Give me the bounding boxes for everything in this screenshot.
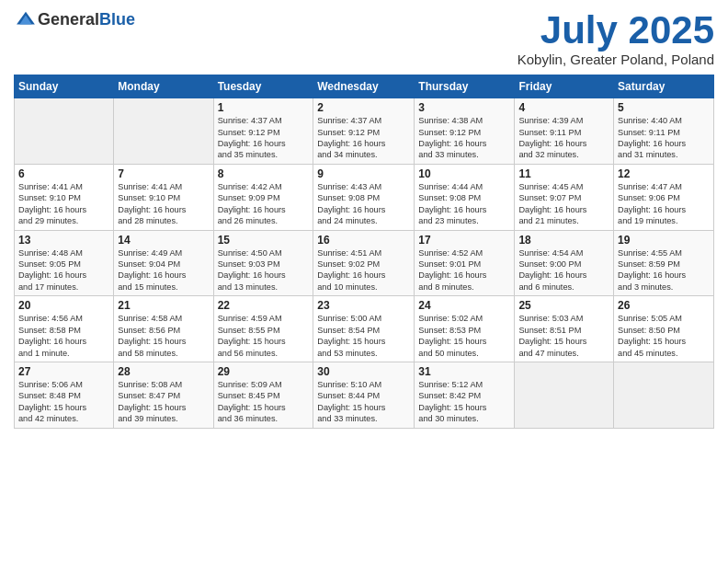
calendar-cell: 8Sunrise: 4:42 AM Sunset: 9:09 PM Daylig…: [213, 164, 313, 230]
calendar-cell: 23Sunrise: 5:00 AM Sunset: 8:54 PM Dayli…: [313, 296, 415, 362]
calendar-cell: 14Sunrise: 4:49 AM Sunset: 9:04 PM Dayli…: [114, 230, 213, 296]
cell-info: Sunrise: 4:43 AM Sunset: 9:08 PM Dayligh…: [317, 181, 410, 227]
day-number: 10: [418, 167, 510, 180]
calendar-table: SundayMondayTuesdayWednesdayThursdayFrid…: [14, 75, 714, 428]
calendar-cell: 25Sunrise: 5:03 AM Sunset: 8:51 PM Dayli…: [515, 296, 614, 362]
page-header: GeneralBlue July 2025 Kobylin, Greater P…: [14, 9, 714, 67]
day-number: 12: [618, 167, 710, 180]
cell-info: Sunrise: 4:37 AM Sunset: 9:12 PM Dayligh…: [317, 115, 410, 161]
cell-info: Sunrise: 5:09 AM Sunset: 8:45 PM Dayligh…: [218, 379, 310, 425]
cell-info: Sunrise: 4:54 AM Sunset: 9:00 PM Dayligh…: [518, 247, 609, 293]
calendar-week-row: 6Sunrise: 4:41 AM Sunset: 9:10 PM Daylig…: [15, 164, 714, 230]
calendar-cell: 10Sunrise: 4:44 AM Sunset: 9:08 PM Dayli…: [415, 164, 515, 230]
cell-info: Sunrise: 4:49 AM Sunset: 9:04 PM Dayligh…: [118, 247, 209, 293]
location-title: Kobylin, Greater Poland, Poland: [518, 52, 714, 67]
cell-info: Sunrise: 4:56 AM Sunset: 8:58 PM Dayligh…: [18, 313, 109, 359]
cell-info: Sunrise: 4:39 AM Sunset: 9:11 PM Dayligh…: [518, 115, 609, 161]
day-number: 27: [18, 365, 109, 378]
calendar-cell: 11Sunrise: 4:45 AM Sunset: 9:07 PM Dayli…: [515, 164, 614, 230]
cell-info: Sunrise: 5:03 AM Sunset: 8:51 PM Dayligh…: [518, 313, 609, 359]
day-number: 5: [618, 101, 710, 114]
calendar-cell: 5Sunrise: 4:40 AM Sunset: 9:11 PM Daylig…: [614, 98, 714, 165]
calendar-cell: 31Sunrise: 5:12 AM Sunset: 8:42 PM Dayli…: [415, 362, 515, 428]
calendar-week-row: 13Sunrise: 4:48 AM Sunset: 9:05 PM Dayli…: [15, 230, 714, 296]
day-number: 17: [418, 234, 510, 247]
day-number: 16: [317, 234, 410, 247]
calendar-cell: [15, 98, 114, 165]
calendar-cell: 3Sunrise: 4:38 AM Sunset: 9:12 PM Daylig…: [415, 98, 515, 165]
day-number: 26: [618, 299, 710, 312]
cell-info: Sunrise: 4:45 AM Sunset: 9:07 PM Dayligh…: [518, 181, 609, 227]
day-number: 8: [218, 167, 310, 180]
day-number: 6: [18, 167, 109, 180]
day-number: 22: [218, 299, 310, 312]
calendar-cell: 27Sunrise: 5:06 AM Sunset: 8:48 PM Dayli…: [15, 362, 114, 428]
cell-info: Sunrise: 4:51 AM Sunset: 9:02 PM Dayligh…: [317, 247, 410, 293]
day-number: 14: [118, 234, 209, 247]
cell-info: Sunrise: 4:37 AM Sunset: 9:12 PM Dayligh…: [218, 115, 310, 161]
day-number: 13: [18, 234, 109, 247]
day-number: 29: [218, 365, 310, 378]
generalblue-logo-icon: [16, 9, 36, 29]
month-title: July 2025: [518, 9, 714, 52]
day-of-week-header: Tuesday: [213, 75, 313, 98]
calendar-cell: 26Sunrise: 5:05 AM Sunset: 8:50 PM Dayli…: [614, 296, 714, 362]
calendar-cell: 9Sunrise: 4:43 AM Sunset: 9:08 PM Daylig…: [313, 164, 415, 230]
day-number: 4: [518, 101, 609, 114]
calendar-cell: 7Sunrise: 4:41 AM Sunset: 9:10 PM Daylig…: [114, 164, 213, 230]
cell-info: Sunrise: 4:47 AM Sunset: 9:06 PM Dayligh…: [618, 181, 710, 227]
day-number: 28: [118, 365, 209, 378]
cell-info: Sunrise: 4:52 AM Sunset: 9:01 PM Dayligh…: [418, 247, 510, 293]
calendar-cell: 21Sunrise: 4:58 AM Sunset: 8:56 PM Dayli…: [114, 296, 213, 362]
calendar-week-row: 20Sunrise: 4:56 AM Sunset: 8:58 PM Dayli…: [15, 296, 714, 362]
calendar-cell: 22Sunrise: 4:59 AM Sunset: 8:55 PM Dayli…: [213, 296, 313, 362]
cell-info: Sunrise: 5:10 AM Sunset: 8:44 PM Dayligh…: [317, 379, 410, 425]
day-number: 30: [317, 365, 410, 378]
day-number: 25: [518, 299, 609, 312]
calendar-week-row: 1Sunrise: 4:37 AM Sunset: 9:12 PM Daylig…: [15, 98, 714, 165]
cell-info: Sunrise: 4:40 AM Sunset: 9:11 PM Dayligh…: [618, 115, 710, 161]
cell-info: Sunrise: 4:42 AM Sunset: 9:09 PM Dayligh…: [218, 181, 310, 227]
calendar-header-row: SundayMondayTuesdayWednesdayThursdayFrid…: [15, 75, 714, 98]
calendar-cell: [614, 362, 714, 428]
cell-info: Sunrise: 4:59 AM Sunset: 8:55 PM Dayligh…: [218, 313, 310, 359]
calendar-cell: 6Sunrise: 4:41 AM Sunset: 9:10 PM Daylig…: [15, 164, 114, 230]
calendar-cell: 30Sunrise: 5:10 AM Sunset: 8:44 PM Dayli…: [313, 362, 415, 428]
calendar-cell: 4Sunrise: 4:39 AM Sunset: 9:11 PM Daylig…: [515, 98, 614, 165]
cell-info: Sunrise: 5:00 AM Sunset: 8:54 PM Dayligh…: [317, 313, 410, 359]
day-number: 18: [518, 234, 609, 247]
day-of-week-header: Wednesday: [313, 75, 415, 98]
cell-info: Sunrise: 4:50 AM Sunset: 9:03 PM Dayligh…: [218, 247, 310, 293]
logo-general-text: General: [38, 10, 99, 29]
day-number: 23: [317, 299, 410, 312]
calendar-cell: 12Sunrise: 4:47 AM Sunset: 9:06 PM Dayli…: [614, 164, 714, 230]
cell-info: Sunrise: 5:12 AM Sunset: 8:42 PM Dayligh…: [418, 379, 510, 425]
day-number: 11: [518, 167, 609, 180]
calendar-cell: 24Sunrise: 5:02 AM Sunset: 8:53 PM Dayli…: [415, 296, 515, 362]
calendar-cell: 13Sunrise: 4:48 AM Sunset: 9:05 PM Dayli…: [15, 230, 114, 296]
calendar-week-row: 27Sunrise: 5:06 AM Sunset: 8:48 PM Dayli…: [15, 362, 714, 428]
calendar-cell: 29Sunrise: 5:09 AM Sunset: 8:45 PM Dayli…: [213, 362, 313, 428]
logo: GeneralBlue: [14, 9, 135, 29]
day-number: 9: [317, 167, 410, 180]
cell-info: Sunrise: 4:41 AM Sunset: 9:10 PM Dayligh…: [18, 181, 109, 227]
day-number: 24: [418, 299, 510, 312]
calendar-cell: 20Sunrise: 4:56 AM Sunset: 8:58 PM Dayli…: [15, 296, 114, 362]
cell-info: Sunrise: 4:41 AM Sunset: 9:10 PM Dayligh…: [118, 181, 209, 227]
day-number: 31: [418, 365, 510, 378]
day-of-week-header: Thursday: [415, 75, 515, 98]
day-of-week-header: Sunday: [15, 75, 114, 98]
day-number: 20: [18, 299, 109, 312]
day-number: 15: [218, 234, 310, 247]
cell-info: Sunrise: 4:58 AM Sunset: 8:56 PM Dayligh…: [118, 313, 209, 359]
calendar-cell: 18Sunrise: 4:54 AM Sunset: 9:00 PM Dayli…: [515, 230, 614, 296]
day-number: 3: [418, 101, 510, 114]
day-number: 2: [317, 101, 410, 114]
calendar-cell: 28Sunrise: 5:08 AM Sunset: 8:47 PM Dayli…: [114, 362, 213, 428]
cell-info: Sunrise: 5:08 AM Sunset: 8:47 PM Dayligh…: [118, 379, 209, 425]
calendar-cell: 1Sunrise: 4:37 AM Sunset: 9:12 PM Daylig…: [213, 98, 313, 165]
cell-info: Sunrise: 4:38 AM Sunset: 9:12 PM Dayligh…: [418, 115, 510, 161]
day-of-week-header: Saturday: [614, 75, 714, 98]
calendar-cell: 19Sunrise: 4:55 AM Sunset: 8:59 PM Dayli…: [614, 230, 714, 296]
cell-info: Sunrise: 5:06 AM Sunset: 8:48 PM Dayligh…: [18, 379, 109, 425]
